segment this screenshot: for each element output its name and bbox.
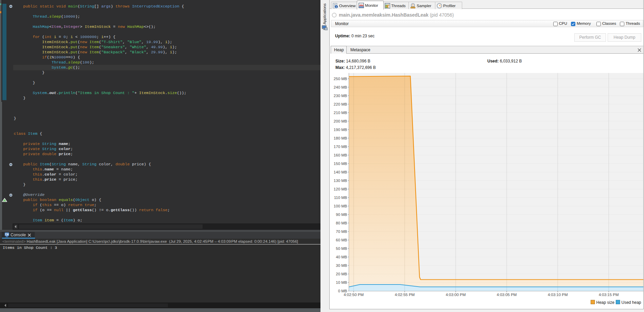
svg-text:110 MB: 110 MB bbox=[334, 196, 347, 200]
svg-text:50 MB: 50 MB bbox=[336, 246, 347, 251]
svg-text:30 MB: 30 MB bbox=[336, 263, 347, 268]
svg-text:80 MB: 80 MB bbox=[336, 221, 347, 225]
svg-text:230 MB: 230 MB bbox=[334, 94, 347, 98]
svg-text:Heap size: Heap size bbox=[596, 300, 615, 305]
svg-text:210 MB: 210 MB bbox=[334, 111, 347, 115]
svg-text:190 MB: 190 MB bbox=[334, 128, 347, 132]
svg-text:4:03:05 PM: 4:03:05 PM bbox=[497, 293, 517, 297]
svg-text:4:03:15 PM: 4:03:15 PM bbox=[599, 293, 619, 297]
svg-text:10 MB: 10 MB bbox=[336, 280, 347, 285]
svg-text:60 MB: 60 MB bbox=[336, 238, 347, 242]
svg-text:4:03:00 PM: 4:03:00 PM bbox=[446, 293, 466, 297]
svg-text:40 MB: 40 MB bbox=[336, 255, 347, 259]
svg-text:150 MB: 150 MB bbox=[334, 162, 347, 166]
svg-text:220 MB: 220 MB bbox=[334, 102, 347, 106]
svg-text:240 MB: 240 MB bbox=[334, 85, 347, 89]
svg-text:130 MB: 130 MB bbox=[334, 179, 347, 183]
svg-text:140 MB: 140 MB bbox=[334, 170, 347, 174]
svg-text:170 MB: 170 MB bbox=[334, 145, 347, 149]
svg-text:160 MB: 160 MB bbox=[334, 153, 347, 157]
svg-text:100 MB: 100 MB bbox=[334, 204, 347, 208]
svg-text:20 MB: 20 MB bbox=[336, 272, 347, 276]
svg-text:250 MB: 250 MB bbox=[334, 77, 347, 81]
svg-text:4:02:50 PM: 4:02:50 PM bbox=[344, 293, 364, 297]
svg-text:90 MB: 90 MB bbox=[336, 213, 347, 217]
svg-text:4:03:10 PM: 4:03:10 PM bbox=[548, 293, 568, 297]
svg-text:200 MB: 200 MB bbox=[334, 119, 347, 123]
svg-text:70 MB: 70 MB bbox=[336, 230, 347, 234]
svg-text:120 MB: 120 MB bbox=[334, 187, 347, 191]
svg-text:Used heap: Used heap bbox=[622, 300, 641, 305]
svg-text:180 MB: 180 MB bbox=[334, 136, 347, 140]
svg-text:4:02:55 PM: 4:02:55 PM bbox=[395, 293, 415, 297]
